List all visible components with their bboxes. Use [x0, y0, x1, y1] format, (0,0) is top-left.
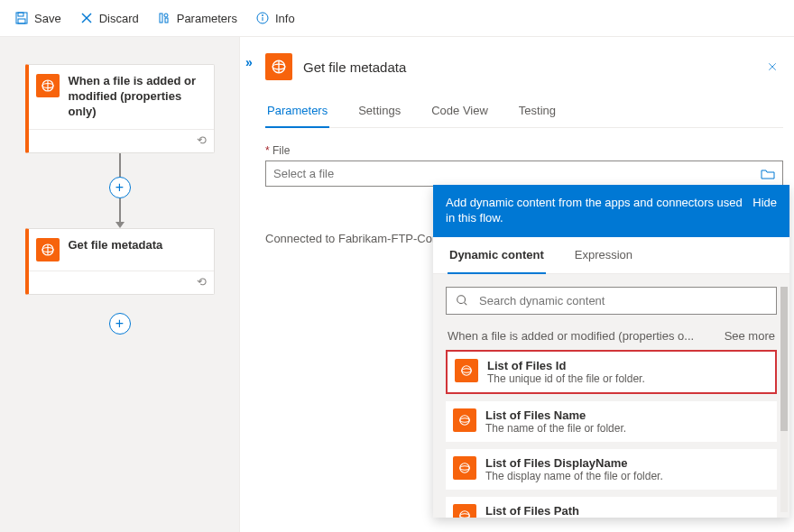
dyn-item-title: List of Files Id: [487, 359, 645, 372]
discard-label: Discard: [99, 12, 139, 25]
panel-title: Get file metadata: [303, 60, 406, 75]
ftp-icon: [453, 504, 476, 518]
trigger-card[interactable]: When a file is added or modified (proper…: [25, 64, 215, 153]
dyn-item-desc: The name of the file or folder.: [485, 422, 626, 435]
svg-line-23: [465, 303, 467, 306]
file-input[interactable]: [266, 161, 753, 186]
ftp-icon: [453, 456, 476, 480]
link-icon: ⟲: [197, 275, 207, 289]
close-icon[interactable]: [767, 59, 783, 75]
svg-rect-7: [165, 18, 168, 23]
ftp-icon: [453, 408, 476, 432]
tab-settings[interactable]: Settings: [356, 96, 402, 127]
detail-tabs: Parameters Settings Code View Testing: [265, 96, 783, 128]
collapse-button[interactable]: »: [245, 55, 253, 69]
tab-expression[interactable]: Expression: [573, 237, 634, 273]
scrollbar[interactable]: [780, 287, 788, 512]
ftp-icon: [455, 359, 478, 382]
file-label: * File: [265, 144, 783, 157]
save-icon: [14, 11, 29, 25]
tab-parameters[interactable]: Parameters: [265, 96, 329, 128]
svg-point-27: [460, 418, 470, 422]
dyn-group-title: When a file is added or modified (proper…: [448, 329, 694, 343]
dynamic-content-popup: Add dynamic content from the apps and co…: [433, 185, 789, 518]
tab-testing[interactable]: Testing: [517, 96, 558, 127]
connector-line: [119, 153, 121, 177]
dyn-item-list-of-files-path[interactable]: List of Files Path The path of the file …: [446, 497, 777, 518]
svg-point-31: [460, 514, 470, 518]
svg-point-26: [460, 416, 470, 426]
dyn-item-desc: The display name of the file or folder.: [485, 470, 663, 482]
save-button[interactable]: Save: [7, 7, 69, 29]
dyn-search: [446, 287, 777, 315]
parameters-icon: [157, 11, 171, 25]
dyn-item-desc: The unique id of the file or folder.: [487, 372, 645, 385]
ftp-icon: [36, 74, 60, 97]
dyn-item-list-of-files-id[interactable]: List of Files Id The unique id of the fi…: [446, 350, 777, 394]
search-icon: [456, 294, 468, 307]
svg-rect-2: [18, 19, 25, 23]
dyn-search-input[interactable]: [477, 293, 767, 308]
save-label: Save: [34, 12, 61, 25]
dyn-item-title: List of Files Name: [485, 408, 626, 422]
svg-point-10: [262, 15, 263, 16]
svg-point-6: [164, 14, 168, 17]
connector-line: [119, 198, 121, 222]
trigger-title: When a file is added or modified (proper…: [69, 74, 205, 120]
svg-point-24: [462, 366, 472, 376]
add-action-button[interactable]: +: [109, 313, 131, 335]
dyn-item-list-of-files-displayname[interactable]: List of Files DisplayName The display na…: [446, 449, 777, 490]
svg-point-28: [460, 463, 470, 473]
toolbar: Save Discard Parameters Info: [0, 0, 794, 36]
parameters-label: Parameters: [177, 12, 237, 25]
dyn-header-text: Add dynamic content from the apps and co…: [446, 196, 743, 226]
action-card[interactable]: Get file metadata ⟲: [25, 228, 215, 295]
arrow-down-icon: [115, 222, 125, 228]
see-more-link[interactable]: See more: [725, 329, 775, 343]
info-button[interactable]: Info: [248, 7, 302, 29]
dyn-item-title: List of Files Path: [485, 504, 620, 518]
tab-dynamic-content[interactable]: Dynamic content: [448, 237, 546, 274]
discard-icon: [79, 11, 94, 25]
info-label: Info: [275, 12, 295, 25]
hide-button[interactable]: Hide: [752, 196, 777, 209]
info-icon: [255, 11, 270, 25]
folder-picker-button[interactable]: [753, 161, 782, 186]
dyn-item-list-of-files-name[interactable]: List of Files Name The name of the file …: [446, 401, 777, 442]
workflow-canvas: When a file is added or modified (proper…: [0, 36, 239, 532]
tab-code-view[interactable]: Code View: [429, 96, 490, 127]
ftp-icon: [265, 53, 292, 80]
parameters-button[interactable]: Parameters: [150, 7, 245, 29]
add-action-button[interactable]: +: [109, 177, 131, 198]
svg-rect-5: [160, 14, 162, 23]
link-icon: ⟲: [197, 133, 207, 147]
svg-point-25: [462, 369, 472, 372]
discard-button[interactable]: Discard: [72, 7, 146, 29]
svg-rect-1: [18, 13, 23, 16]
folder-icon: [761, 167, 775, 181]
svg-point-29: [460, 466, 470, 470]
file-input-row: [265, 161, 783, 187]
svg-point-22: [457, 296, 466, 304]
dyn-item-title: List of Files DisplayName: [485, 456, 663, 470]
action-title: Get file metadata: [69, 238, 163, 253]
ftp-icon: [36, 238, 60, 261]
